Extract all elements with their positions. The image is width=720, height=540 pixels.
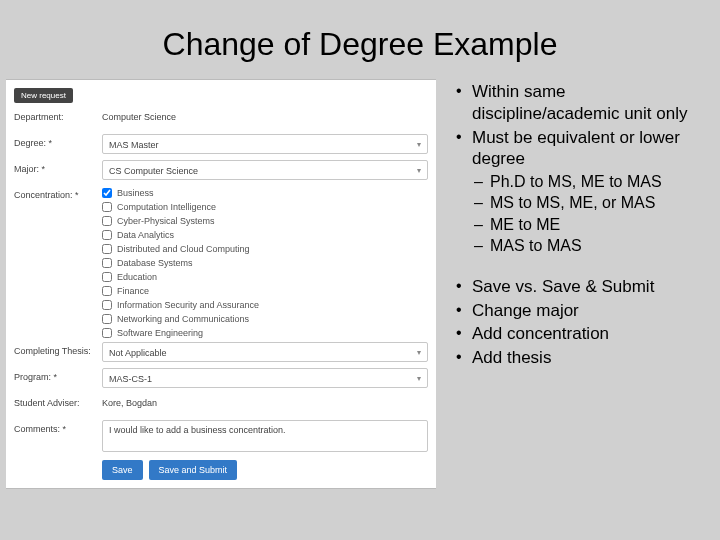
- concentration-checkbox[interactable]: [102, 300, 112, 310]
- concentration-item[interactable]: Information Security and Assurance: [102, 300, 428, 310]
- program-select[interactable]: MAS-CS-1: [102, 368, 428, 388]
- concentration-checkbox[interactable]: [102, 258, 112, 268]
- row-major: Major: * CS Computer Science: [14, 160, 428, 182]
- concentration-label: Networking and Communications: [117, 314, 249, 324]
- row-concentration: Concentration: * BusinessComputation Int…: [14, 186, 428, 338]
- concentration-checkbox[interactable]: [102, 272, 112, 282]
- concentration-label: Cyber-Physical Systems: [117, 216, 215, 226]
- label-concentration: Concentration: *: [14, 186, 102, 200]
- concentration-label: Education: [117, 272, 157, 282]
- label-major: Major: *: [14, 160, 102, 174]
- major-select[interactable]: CS Computer Science: [102, 160, 428, 180]
- label-thesis: Completing Thesis:: [14, 342, 102, 356]
- concentration-item[interactable]: Cyber-Physical Systems: [102, 216, 428, 226]
- sub-bullet-2: MS to MS, ME, or MAS: [454, 193, 714, 213]
- concentration-item[interactable]: Distributed and Cloud Computing: [102, 244, 428, 254]
- concentration-checkbox[interactable]: [102, 202, 112, 212]
- save-and-submit-button[interactable]: Save and Submit: [149, 460, 238, 480]
- concentration-checkbox[interactable]: [102, 314, 112, 324]
- label-department: Department:: [14, 108, 102, 122]
- concentration-item[interactable]: Networking and Communications: [102, 314, 428, 324]
- concentration-label: Information Security and Assurance: [117, 300, 259, 310]
- concentration-checkbox[interactable]: [102, 244, 112, 254]
- concentration-list: BusinessComputation IntelligenceCyber-Ph…: [102, 186, 428, 338]
- save-button[interactable]: Save: [102, 460, 143, 480]
- concentration-label: Finance: [117, 286, 149, 296]
- concentration-item[interactable]: Software Engineering: [102, 328, 428, 338]
- row-department: Department: Computer Science: [14, 108, 428, 130]
- row-degree: Degree: * MAS Master: [14, 134, 428, 156]
- label-comments: Comments: *: [14, 420, 102, 434]
- concentration-checkbox[interactable]: [102, 216, 112, 226]
- row-comments: Comments: *: [14, 420, 428, 454]
- slide-title: Change of Degree Example: [0, 0, 720, 77]
- concentration-item[interactable]: Computation Intelligence: [102, 202, 428, 212]
- bullet-1: Within same discipline/academic unit onl…: [454, 81, 714, 125]
- sub-bullet-4: MAS to MAS: [454, 236, 714, 256]
- row-adviser: Student Adviser: Kore, Bogdan: [14, 394, 428, 416]
- concentration-label: Distributed and Cloud Computing: [117, 244, 250, 254]
- label-program: Program: *: [14, 368, 102, 382]
- concentration-checkbox[interactable]: [102, 328, 112, 338]
- concentration-label: Computation Intelligence: [117, 202, 216, 212]
- concentration-checkbox[interactable]: [102, 286, 112, 296]
- row-thesis: Completing Thesis: Not Applicable: [14, 342, 428, 364]
- concentration-item[interactable]: Education: [102, 272, 428, 282]
- row-program: Program: * MAS-CS-1: [14, 368, 428, 390]
- new-request-button[interactable]: New request: [14, 88, 73, 103]
- degree-select[interactable]: MAS Master: [102, 134, 428, 154]
- value-adviser: Kore, Bogdan: [102, 394, 428, 408]
- bullet-4: Change major: [454, 300, 714, 322]
- concentration-checkbox[interactable]: [102, 230, 112, 240]
- bullet-3: Save vs. Save & Submit: [454, 276, 714, 298]
- button-row: Save Save and Submit: [102, 460, 428, 480]
- concentration-item[interactable]: Database Systems: [102, 258, 428, 268]
- bullet-5: Add concentration: [454, 323, 714, 345]
- sub-bullet-1: Ph.D to MS, ME to MAS: [454, 172, 714, 192]
- value-department: Computer Science: [102, 108, 428, 122]
- concentration-label: Software Engineering: [117, 328, 203, 338]
- concentration-label: Data Analytics: [117, 230, 174, 240]
- form-body: Department: Computer Science Degree: * M…: [14, 108, 428, 480]
- concentration-item[interactable]: Finance: [102, 286, 428, 296]
- concentration-checkbox[interactable]: [102, 188, 112, 198]
- bullet-6: Add thesis: [454, 347, 714, 369]
- slide-container: Change of Degree Example New request Dep…: [0, 0, 720, 540]
- concentration-label: Database Systems: [117, 258, 193, 268]
- thesis-select[interactable]: Not Applicable: [102, 342, 428, 362]
- sub-bullet-3: ME to ME: [454, 215, 714, 235]
- bullet-2: Must be equivalent or lower degree: [454, 127, 714, 171]
- concentration-item[interactable]: Business: [102, 188, 428, 198]
- form-screenshot: New request Department: Computer Science…: [6, 79, 436, 489]
- spacer: [454, 258, 714, 276]
- comments-textarea[interactable]: [102, 420, 428, 452]
- concentration-label: Business: [117, 188, 154, 198]
- label-degree: Degree: *: [14, 134, 102, 148]
- bullet-column: Within same discipline/academic unit onl…: [436, 77, 714, 489]
- label-adviser: Student Adviser:: [14, 394, 102, 408]
- concentration-item[interactable]: Data Analytics: [102, 230, 428, 240]
- content-row: New request Department: Computer Science…: [0, 77, 720, 489]
